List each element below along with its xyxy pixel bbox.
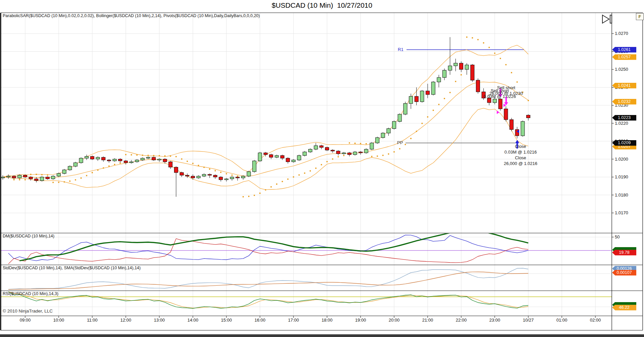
price-axis-badge: 1.0261: [612, 47, 636, 53]
window-bottom-edge: [0, 334, 644, 337]
price-axis-tick: 1.0200: [615, 157, 628, 162]
dm-axis-badge: 19.78: [612, 250, 636, 256]
trade-annotation-close: Close0.03M @ 1.0216Close26,000 @ 1.0216: [504, 144, 537, 166]
pivot-r1-label: R1: [398, 47, 404, 52]
time-axis-label: 20:00: [383, 318, 405, 323]
rsi-axis-badge: 46.22: [612, 305, 636, 311]
price-axis-tick: 1.0270: [615, 31, 628, 36]
time-axis-label: 02:00: [585, 318, 606, 323]
time-axis-label: 13:00: [149, 318, 170, 323]
trade-annotation-sell-short: Sell short0.03M @ 1.0226: [484, 88, 516, 99]
pivot-pp-label: PP: [397, 140, 403, 145]
time-axis-label: 15:00: [216, 318, 237, 323]
time-axis-label: 19:00: [350, 318, 371, 323]
features-button[interactable]: F: [636, 13, 644, 20]
time-axis-label: 09:00: [14, 318, 36, 323]
price-axis-tick: 1.0190: [615, 175, 628, 179]
chart-canvas[interactable]: [0, 0, 644, 337]
time-axis-label: 23:00: [484, 318, 505, 323]
time-axis-label: 22:00: [450, 318, 472, 323]
time-axis-label: 10:00: [48, 318, 69, 323]
dm-axis-tick: 50: [615, 235, 620, 239]
price-axis-tick: 1.0220: [615, 121, 628, 126]
time-axis-label: 17:00: [283, 318, 304, 323]
time-axis-label: 11:00: [82, 318, 103, 323]
time-axis-label: 14:00: [182, 318, 204, 323]
price-axis-badge: 1.0209: [612, 140, 636, 146]
price-axis-badge: 1.0241: [612, 83, 636, 89]
price-axis-badge: 1.0257: [612, 54, 636, 60]
ninjatrader-chart-window: $USDCAD (10 Min) 10/27/2010 ParabolicSAR…: [0, 0, 644, 337]
price-axis-tick: 1.0250: [615, 67, 628, 72]
price-panel-indicator-label: ParabolicSAR($USDCAD (10 Min),0.02,0.2,0…: [3, 13, 260, 18]
time-axis-label: 10/27: [518, 318, 539, 323]
time-axis-label: 16:00: [249, 318, 271, 323]
dm-panel-indicator-label: DM($USDCAD (10 Min),14): [3, 234, 54, 238]
price-axis-badge: 1.0232: [612, 99, 636, 105]
price-axis-badge: 1.0223: [612, 115, 636, 121]
rsi-panel-indicator-label: RSI($USDCAD (10 Min),14,3): [3, 291, 58, 296]
price-axis-tick: 1.0170: [615, 211, 628, 215]
time-axis-label: 21:00: [417, 318, 438, 323]
stddev-axis-badge: 0.00107: [612, 270, 636, 276]
time-axis-label: 18:00: [316, 318, 338, 323]
copyright: © 2010 NinjaTrader, LLC: [3, 308, 53, 314]
time-axis-label: 01:00: [551, 318, 573, 323]
stddev-panel-indicator-label: StdDev($USDCAD (10 Min),14), SMA(StdDev(…: [3, 266, 141, 270]
go-to-end-icon[interactable]: [601, 14, 613, 24]
price-axis-tick: 1.0180: [615, 193, 628, 198]
time-axis-label: 12:00: [115, 318, 137, 323]
